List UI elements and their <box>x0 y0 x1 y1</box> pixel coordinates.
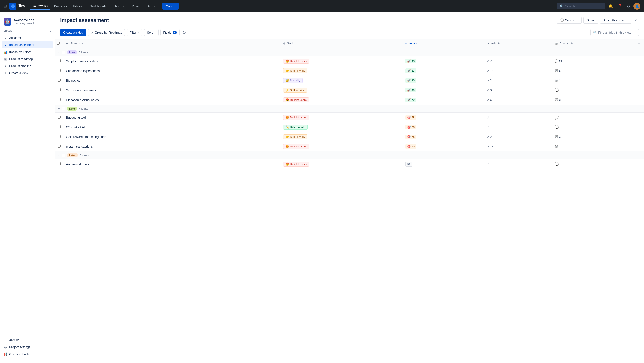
about-view-button[interactable]: About this view ☰ <box>600 17 632 24</box>
collapse-icon[interactable]: ▼ <box>58 107 60 110</box>
create-button[interactable]: Create <box>162 3 178 10</box>
impact-badge: 🚀 98 <box>405 59 416 63</box>
share-button[interactable]: Share <box>583 17 598 24</box>
idea-name[interactable]: Automated tasks <box>66 162 89 166</box>
fields-button[interactable]: Fields 5 <box>160 29 180 36</box>
sidebar-item-impactassessment[interactable]: ≡ Impact assesment <box>2 41 53 49</box>
archive-icon: 🗃 <box>4 338 8 342</box>
collapse-icon[interactable]: ▼ <box>58 51 60 54</box>
formula-icon: fx <box>405 42 407 45</box>
sidebar-item-productroadmap[interactable]: ⊞ Product roadmap <box>2 56 53 63</box>
lines-icon: ☰ <box>625 19 628 22</box>
row-checkbox[interactable] <box>58 98 61 101</box>
comment-button[interactable]: 💬 Comment <box>557 17 582 24</box>
sidebar: 🤖 Awesome app Discovery project VIEWS + … <box>0 12 55 363</box>
impact-badge: 🎯 75 <box>405 135 416 139</box>
sidebar-item-projectsettings[interactable]: ⚙ Project settings <box>2 344 53 351</box>
impact-badge: 🎯 70 <box>405 144 416 149</box>
chart-icon: 📊 <box>4 50 8 54</box>
sidebar-project: 🤖 Awesome app Discovery project <box>0 16 55 29</box>
jira-logo-icon <box>10 3 16 10</box>
group-checkbox[interactable] <box>62 51 65 54</box>
settings-icon[interactable]: ⚙ <box>626 3 632 10</box>
row-checkbox[interactable] <box>58 116 61 119</box>
idea-name[interactable]: Biometrics <box>66 79 80 82</box>
row-checkbox[interactable] <box>58 162 61 165</box>
nav-item-yourwork[interactable]: Your work ▾ <box>30 3 50 10</box>
sidebar-item-givefeedback[interactable]: 📢 Give feedback <box>2 351 53 358</box>
fullscreen-icon[interactable]: ⤢ <box>633 17 639 24</box>
help-icon[interactable]: ❓ <box>616 3 624 10</box>
search-box[interactable]: 🔍 <box>557 3 605 10</box>
row-checkbox[interactable] <box>58 59 61 62</box>
row-checkbox[interactable] <box>58 135 61 138</box>
add-column-icon[interactable]: + <box>638 41 640 46</box>
user-avatar[interactable]: 👤 <box>634 3 640 10</box>
search-icon: 🔍 <box>560 5 564 8</box>
nav-item-teams[interactable]: Teams ▾ <box>112 3 128 10</box>
idea-name[interactable]: Gold rewards marketing push <box>66 135 106 139</box>
project-name: Awesome app <box>14 18 34 22</box>
nav-item-plans[interactable]: Plans ▾ <box>130 3 144 10</box>
trend-icon: ↗ <box>487 135 489 138</box>
refresh-icon[interactable]: ↻ <box>182 29 187 36</box>
group-checkbox[interactable] <box>62 107 65 110</box>
add-filter-icon: + <box>138 31 140 34</box>
logo[interactable]: Jira <box>10 3 25 10</box>
sidebar-item-impacteffort[interactable]: 📊 Impact vs Effort <box>2 49 53 56</box>
impact-badge: 🚀 80 <box>405 78 416 83</box>
sidebar-item-allideas[interactable]: ≡ All ideas <box>2 34 53 41</box>
row-checkbox[interactable] <box>58 145 61 148</box>
comment-icon: 💬 <box>555 145 558 148</box>
group-checkbox[interactable] <box>62 154 65 157</box>
add-view-icon[interactable]: + <box>50 30 51 33</box>
idea-search-input[interactable] <box>598 31 636 34</box>
comment-icon: 💬 <box>555 69 558 72</box>
nav-item-dashboards[interactable]: Dashboards ▾ <box>88 3 111 10</box>
col-impact-header[interactable]: fx Impact ↓ <box>403 39 484 48</box>
chevron-down-icon: ▾ <box>156 5 156 7</box>
grid-icon: ⊞ <box>4 57 8 61</box>
idea-name[interactable]: Self service: insurance <box>66 89 97 92</box>
row-checkbox[interactable] <box>58 69 61 72</box>
grid-icon[interactable]: ⊞ <box>4 4 7 9</box>
fields-badge: 5 <box>173 31 177 34</box>
comment-icon: 💬 <box>555 135 558 138</box>
add-icon: + <box>4 71 8 75</box>
main-layout: 🤖 Awesome app Discovery project VIEWS + … <box>0 12 644 363</box>
chevron-down-icon: ▾ <box>124 5 126 7</box>
col-add-header[interactable]: + <box>634 39 644 48</box>
col-summary-header: Aa Summary <box>63 39 280 48</box>
idea-name[interactable]: Instant transactions <box>66 145 92 148</box>
filter-button[interactable]: Filter + <box>127 29 142 36</box>
goal-tag: 😍 Delight users <box>283 115 309 120</box>
idea-name[interactable]: Budgeting tool <box>66 116 86 119</box>
nav-item-projects[interactable]: Projects ▾ <box>52 3 70 10</box>
project-icon: 🤖 <box>4 18 12 26</box>
row-checkbox[interactable] <box>58 125 61 128</box>
idea-name[interactable]: Disposable virtual cards <box>66 98 99 102</box>
chevron-down-icon: ▾ <box>140 5 142 7</box>
main-content: Impact assessment 💬 Comment Share About … <box>55 12 644 363</box>
ideas-table-container: Aa Summary ◎ Goal fx <box>55 39 644 363</box>
chevron-down-icon: ▾ <box>47 5 48 7</box>
idea-name[interactable]: Simplified user interface <box>66 60 99 63</box>
search-input[interactable] <box>565 5 602 8</box>
group-by-button[interactable]: ◎ Group by Roadmap <box>88 29 125 36</box>
sort-button[interactable]: Sort + <box>144 29 158 36</box>
idea-name[interactable]: CS chatbot AI <box>66 126 85 129</box>
group-row: ▼ Next 4 ideas <box>55 105 644 113</box>
sidebar-item-createview[interactable]: + Create a view <box>2 70 53 77</box>
select-all-checkbox[interactable] <box>57 42 60 45</box>
row-checkbox[interactable] <box>58 79 61 82</box>
sidebar-item-archive[interactable]: 🗃 Archive <box>2 336 53 344</box>
nav-item-apps[interactable]: Apps ▾ <box>146 3 159 10</box>
collapse-icon[interactable]: ▼ <box>58 154 60 157</box>
notifications-icon[interactable]: 🔔 <box>607 3 614 10</box>
idea-name[interactable]: Customised experiences <box>66 69 100 73</box>
sidebar-item-producttimeline[interactable]: ≡ Product timeline <box>2 63 53 70</box>
row-checkbox[interactable] <box>58 88 61 91</box>
idea-search-box[interactable]: 🔍 <box>590 29 639 36</box>
nav-item-filters[interactable]: Filters ▾ <box>71 3 86 10</box>
create-idea-button[interactable]: Create an idea <box>60 29 86 36</box>
